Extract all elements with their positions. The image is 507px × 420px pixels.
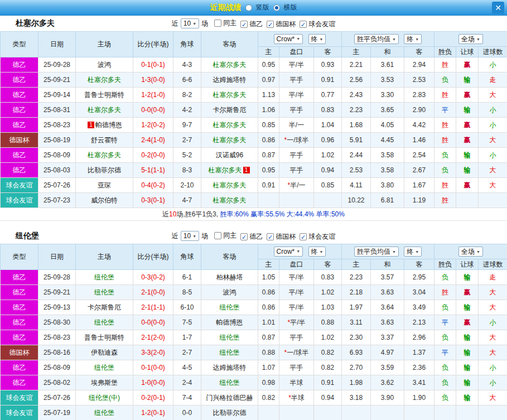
close-icon[interactable]: ✕: [492, 2, 504, 14]
away-team-link[interactable]: 杜塞尔多夫: [213, 61, 247, 69]
home-team-link[interactable]: 波鸿: [98, 61, 111, 69]
result-cell: 胜: [434, 178, 456, 193]
away-team-link[interactable]: 波鸿: [223, 288, 236, 296]
home-team-cell: 普鲁士明斯特: [76, 330, 133, 345]
radio-vertical-label[interactable]: 竖版: [256, 3, 269, 12]
away-team-link[interactable]: 杜塞尔多夫: [213, 196, 247, 204]
home-team-link[interactable]: 纽伦堡(中): [89, 394, 120, 402]
match-score: 1-3(0-0): [133, 73, 173, 88]
home-team-link[interactable]: 纽伦堡: [94, 318, 114, 326]
home-team-cell: 埃弗斯堡: [76, 375, 133, 390]
away-team-link[interactable]: 纽伦堡: [220, 334, 240, 341]
away-team-link[interactable]: 卡尔斯鲁厄: [213, 106, 247, 114]
away-team-link[interactable]: 杜塞尔多夫: [209, 166, 242, 174]
filter-checkbox-same-home[interactable]: 同主: [214, 231, 236, 240]
scope-select[interactable]: 全场▼: [458, 247, 483, 257]
euro-draw-odds: 3.61: [371, 57, 404, 73]
home-team-link[interactable]: 舒云霍特: [91, 136, 118, 144]
away-team-link[interactable]: 门兴格拉德巴赫: [206, 394, 253, 402]
radio-vertical[interactable]: [245, 4, 252, 11]
home-team-link[interactable]: 亚琛: [98, 181, 111, 189]
checkbox-icon: ✓: [240, 233, 248, 240]
match-row: 德乙25-09-21杜塞尔多夫1-3(0-0)6-6达姆施塔特0.97平手0.9…: [1, 73, 507, 88]
filter-checkbox-league-de2[interactable]: ✓德乙: [240, 20, 263, 29]
home-team-link[interactable]: 普鲁士明斯特: [84, 334, 124, 341]
home-team-link[interactable]: 纽伦堡: [94, 288, 114, 296]
league-type-badge: 德乙: [1, 360, 38, 375]
col-away: 客场: [201, 32, 258, 57]
home-team-link[interactable]: 埃弗斯堡: [91, 379, 118, 387]
goals-result-cell: 大: [479, 390, 507, 405]
odds-time-select[interactable]: 终▼: [308, 34, 326, 44]
filter-checkbox-same-home[interactable]: 同主: [214, 18, 236, 28]
radio-horizontal[interactable]: [273, 4, 280, 11]
filter-checkbox-german-cup[interactable]: ✓德国杯: [267, 20, 296, 29]
euro-avg-select[interactable]: 胜平负均值▼: [354, 247, 399, 257]
away-team-link[interactable]: 杜塞尔多夫: [213, 181, 247, 189]
league-type-badge: 德乙: [1, 375, 38, 390]
asia-handicap: *平/半: [279, 315, 314, 330]
away-team-link[interactable]: 纽伦堡: [220, 303, 240, 311]
away-team-link[interactable]: 达姆施塔特: [213, 364, 247, 371]
radio-horizontal-label[interactable]: 横版: [284, 3, 297, 12]
bookmaker-select[interactable]: Crow*▼: [274, 34, 303, 44]
away-team-link[interactable]: 汉诺威96: [216, 151, 243, 159]
home-team-link[interactable]: 普鲁士明斯特: [84, 91, 124, 99]
away-team-cell: 杜塞尔多夫: [201, 178, 258, 193]
filter-checkbox-german-cup[interactable]: ✓德国杯: [267, 232, 296, 242]
home-team-link[interactable]: 纽伦堡: [94, 409, 114, 417]
away-team-link[interactable]: 杜塞尔多夫: [213, 121, 247, 129]
euro-away-odds: 1.37: [404, 345, 434, 360]
result-cell: 负: [434, 73, 456, 88]
handicap-result-cell: 输: [456, 330, 479, 345]
result-cell: 胜: [434, 118, 456, 133]
home-team-link[interactable]: 杜塞尔多夫: [88, 76, 121, 84]
euro-time-select[interactable]: 终▼: [404, 247, 422, 257]
match-date: 25-08-09: [38, 360, 76, 375]
goals-result-cell: 大: [479, 163, 507, 178]
filter-checkbox-club-friendly[interactable]: ✓球会友谊: [300, 232, 335, 242]
euro-home-odds: 3.18: [342, 390, 371, 405]
match-count-select[interactable]: 10▼: [181, 231, 199, 241]
away-team-link[interactable]: 纽伦堡: [220, 379, 240, 387]
asia-away-odds: 0.91: [314, 375, 342, 390]
home-team-link[interactable]: 杜塞尔多夫: [88, 106, 121, 114]
euro-away-odds: 1.67: [404, 178, 434, 193]
away-team-link[interactable]: 杜塞尔多夫: [213, 136, 247, 144]
league-type-badge: 德国杯: [1, 345, 38, 360]
bookmaker-select[interactable]: Crow*▼: [274, 247, 303, 257]
away-team-link[interactable]: 比勒菲尔德: [213, 409, 247, 417]
away-team-link[interactable]: 达姆施塔特: [213, 76, 247, 84]
match-count-select[interactable]: 10▼: [181, 18, 199, 28]
euro-avg-select[interactable]: 胜平负均值▼: [354, 34, 399, 44]
asia-away-odds: 1.02: [314, 285, 342, 300]
col-away: 客场: [201, 244, 258, 270]
odds-time-select[interactable]: 终▼: [308, 247, 326, 257]
filter-controls: 近 10▼ 场 同主✓德乙✓德国杯✓球会友谊: [0, 231, 507, 242]
home-team-link[interactable]: 杜塞尔多夫: [88, 151, 121, 159]
away-team-cell: 门兴格拉德巴赫: [201, 390, 258, 405]
match-date: 25-07-19: [38, 405, 76, 420]
home-team-link[interactable]: 纽伦堡: [94, 273, 114, 281]
asia-odds-header: Crow*▼ 终▼: [258, 32, 342, 47]
home-team-link[interactable]: 纽伦堡: [94, 364, 114, 371]
home-team-link[interactable]: 伊勒迪森: [91, 349, 118, 356]
home-team-link[interactable]: 帕德博恩: [95, 121, 122, 129]
filter-checkbox-club-friendly[interactable]: ✓球会友谊: [300, 20, 335, 29]
home-team-link[interactable]: 卡尔斯鲁厄: [88, 303, 121, 311]
match-score: 1-2(0-1): [133, 405, 173, 420]
asia-handicap: 平手: [279, 73, 314, 88]
scope-select[interactable]: 全场▼: [458, 34, 483, 44]
home-team-link[interactable]: 比勒菲尔德: [88, 166, 121, 174]
away-team-link[interactable]: 杜塞尔多夫: [213, 91, 247, 99]
away-team-link[interactable]: 纽伦堡: [220, 349, 240, 356]
home-team-link[interactable]: 威尔伯特: [91, 196, 118, 204]
asia-handicap: *一/球半: [279, 133, 314, 148]
euro-time-select[interactable]: 终▼: [404, 34, 422, 44]
euro-home-odds: 10.22: [342, 193, 371, 208]
result-cell: 负: [434, 390, 456, 405]
away-team-link[interactable]: 帕德博恩: [216, 318, 243, 326]
away-team-link[interactable]: 柏林赫塔: [216, 273, 243, 281]
filter-checkbox-league-de2[interactable]: ✓德乙: [240, 232, 263, 242]
col-result: 胜负: [434, 259, 456, 270]
